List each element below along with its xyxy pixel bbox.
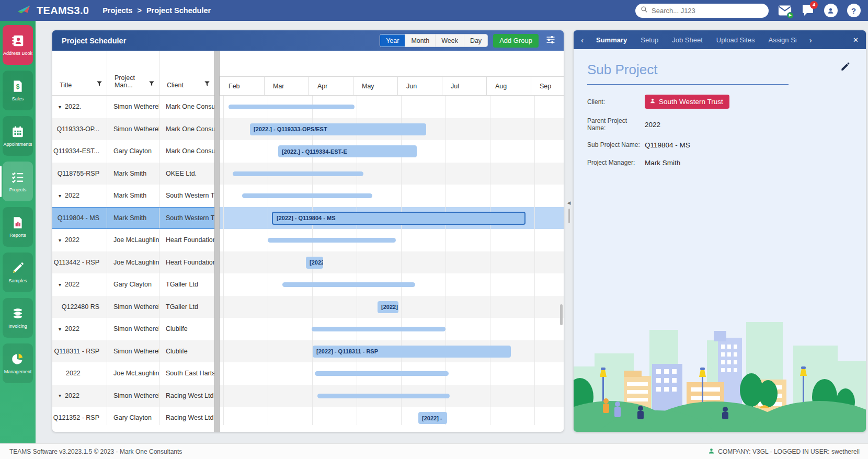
gantt-bar-labeled[interactable]: [2022] - xyxy=(378,301,398,313)
filter-icon[interactable] xyxy=(204,79,210,89)
sidebar-item-management[interactable]: Management xyxy=(3,343,33,383)
row-title: Q118755-RSP xyxy=(58,170,99,177)
gantt-bar[interactable] xyxy=(233,171,363,176)
table-row-2022-8[interactable]: ▾2022Gary ClaytonTGaller Ltd xyxy=(52,273,214,296)
panel-close-button[interactable]: ✕ xyxy=(853,36,859,44)
add-group-button[interactable]: Add Group xyxy=(493,34,539,48)
breadcrumb-projects[interactable]: Projects xyxy=(102,6,132,15)
user-button[interactable] xyxy=(824,4,838,18)
appointments-icon xyxy=(11,125,25,139)
table-row-q119804-ms-5[interactable]: Q119804 - MSMark SmithSouth Western Trus… xyxy=(52,207,214,230)
mail-button[interactable]: ▶ xyxy=(778,4,792,18)
row-title: 2022 xyxy=(65,281,79,288)
row-expand-caret-icon[interactable]: ▾ xyxy=(59,193,61,199)
row-expand-caret-icon[interactable]: ▾ xyxy=(59,104,61,110)
gantt-bar[interactable] xyxy=(282,282,415,287)
sidebar-item-appointments[interactable]: Appointments xyxy=(3,116,33,156)
breadcrumb-page: Project Scheduler xyxy=(146,6,211,15)
search-input[interactable] xyxy=(652,7,763,15)
view-button-week[interactable]: Week xyxy=(436,35,464,47)
footer-session-text: COMPANY: V3GL - LOGGED IN USER: swethere… xyxy=(718,448,860,455)
field-label: Client: xyxy=(587,98,645,106)
tab-assign-si[interactable]: Assign Si xyxy=(769,36,797,44)
tab-summary[interactable]: Summary xyxy=(596,36,627,44)
table-row-q119333-op-1[interactable]: Q119333-OP...Simon WetherellMark One Con… xyxy=(52,118,214,141)
view-button-month[interactable]: Month xyxy=(405,35,436,47)
row-client-cell: Mark One Consultants xyxy=(159,96,214,118)
view-button-day[interactable]: Day xyxy=(464,35,487,47)
gantt-bar-labeled[interactable]: [2022.] - Q119333-OPS/EST xyxy=(250,123,426,135)
sidebar-item-invoicing[interactable]: Invoicing xyxy=(3,298,33,338)
pane-splitter[interactable] xyxy=(214,51,220,432)
gantt-bar[interactable] xyxy=(315,371,449,376)
row-expand-caret-icon[interactable]: ▾ xyxy=(59,393,61,398)
gantt-bar[interactable] xyxy=(317,394,450,398)
breadcrumb: Projects > Project Scheduler xyxy=(102,6,211,15)
panel-fields: Client:South Western TrustParent Project… xyxy=(587,95,852,167)
vertical-scrollbar[interactable] xyxy=(560,304,563,325)
global-search xyxy=(635,4,769,18)
row-title-cell: Q118311 - RSP xyxy=(52,340,107,363)
app-logo[interactable]: TEAMS3.0 xyxy=(17,3,89,18)
table-row-2022-4[interactable]: ▾2022Mark SmithSouth Western Trust xyxy=(52,185,214,207)
filter-icon[interactable] xyxy=(149,79,155,89)
table-row-2022-6[interactable]: ▾2022Joe McLaughlinHeart Foundation xyxy=(52,229,214,251)
table-row-q122480-rs-9[interactable]: Q122480 RSSimon WetherellTGaller Ltd xyxy=(52,296,214,318)
table-row-q113442-rsp-7[interactable]: Q113442 - RSPJoe McLaughlinHeart Foundat… xyxy=(52,251,214,274)
row-manager-cell: Gary Clayton xyxy=(107,407,159,425)
tabs-forward-button[interactable]: › xyxy=(809,36,812,44)
gantt-bar-selected[interactable]: [2022] - Q119804 - MS xyxy=(272,212,526,225)
gantt-bar-labeled[interactable]: [2022] xyxy=(306,257,323,269)
gantt-bar[interactable] xyxy=(312,327,446,331)
row-expand-caret-icon[interactable]: ▾ xyxy=(59,282,61,288)
search-icon xyxy=(641,6,648,15)
client-badge[interactable]: South Western Trust xyxy=(645,95,729,109)
tab-upload-sites[interactable]: Upload Sites xyxy=(716,36,755,44)
sidebar-item-address-book[interactable]: Address Book xyxy=(3,25,33,65)
sidebar-item-sales[interactable]: $Sales xyxy=(3,71,33,110)
gantt-bar-labeled[interactable]: [2022.] - Q119334-EST-E xyxy=(278,145,417,157)
filter-icon[interactable] xyxy=(96,79,102,89)
row-client-cell: Racing West Ltd xyxy=(159,407,214,425)
sidebar-item-reports[interactable]: Reports xyxy=(3,207,33,247)
panel-collapse-handle[interactable]: ◀ xyxy=(565,201,573,223)
gantt-bar[interactable] xyxy=(229,105,355,109)
gantt-bar-label: [2022.] - Q119334-EST-E xyxy=(282,148,347,155)
tab-job-sheet[interactable]: Job Sheet xyxy=(672,36,703,44)
chat-button[interactable]: 4 xyxy=(801,4,815,18)
tabs-back-button[interactable]: ‹ xyxy=(581,36,584,44)
table-row-2022-12[interactable]: 2022Joe McLaughlinSouth East Harts xyxy=(52,362,214,385)
gantt-bar[interactable] xyxy=(268,238,396,243)
row-client-cell: Racing West Ltd xyxy=(159,385,214,407)
row-title-cell: ▾2022 xyxy=(52,385,107,407)
sidebar-item-label: Management xyxy=(4,369,32,374)
collapse-arrow-icon: ◀ xyxy=(567,201,571,205)
tab-setup[interactable]: Setup xyxy=(641,36,658,44)
sidebar-item-samples[interactable]: Samples xyxy=(3,253,33,292)
reports-icon xyxy=(11,216,25,230)
month-header-aug: Aug xyxy=(486,77,531,95)
gantt-row-2022-4 xyxy=(220,185,564,207)
help-button[interactable]: ? xyxy=(847,4,861,18)
view-button-year[interactable]: Year xyxy=(380,35,405,47)
table-row-2022-0[interactable]: ▾2022.Simon WetherellMark One Consultant… xyxy=(52,96,214,118)
sidebar-item-projects[interactable]: Projects xyxy=(3,162,33,201)
city-illustration xyxy=(574,309,866,432)
table-row-2022-10[interactable]: ▾2022Simon WetherellClublife xyxy=(52,318,214,340)
row-title: Q119334-EST... xyxy=(53,147,99,155)
table-row-q118311-rsp-11[interactable]: Q118311 - RSPSimon WetherellClublife xyxy=(52,340,214,363)
table-row-q118755-rsp-3[interactable]: Q118755-RSPMark SmithOKEE Ltd. xyxy=(52,163,214,185)
gantt-bar-labeled[interactable]: [2022] - Q118311 - RSP xyxy=(313,346,511,358)
table-row-q119334-est-2[interactable]: Q119334-EST...Gary ClaytonMark One Consu… xyxy=(52,140,214,163)
row-expand-caret-icon[interactable]: ▾ xyxy=(59,326,61,332)
table-row-q121352-rsp-14[interactable]: Q121352 - RSPGary ClaytonRacing West Ltd xyxy=(52,407,214,425)
row-expand-caret-icon[interactable]: ▾ xyxy=(59,237,61,243)
column-label: Project Man... xyxy=(115,74,149,89)
edit-button[interactable] xyxy=(840,62,850,74)
gantt-row-q118755-rsp-3 xyxy=(220,163,564,185)
gantt-bar-labeled[interactable]: [2022] - xyxy=(418,412,447,424)
scheduler-settings-button[interactable] xyxy=(544,34,557,48)
table-row-2022-13[interactable]: ▾2022Simon WetherellRacing West Ltd xyxy=(52,385,214,407)
gantt-bar[interactable] xyxy=(242,193,372,198)
sidebar: Address Book$SalesAppointmentsProjectsRe… xyxy=(0,21,36,443)
